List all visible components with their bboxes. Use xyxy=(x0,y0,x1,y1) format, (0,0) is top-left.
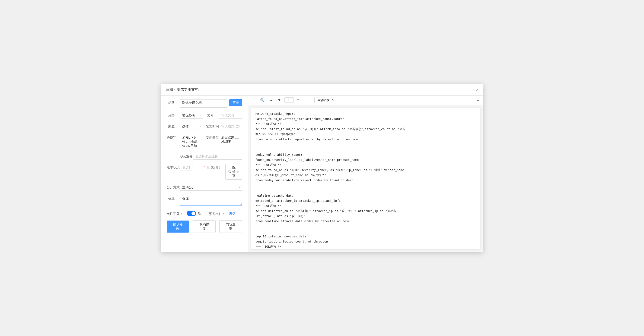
source-row: 来源： 媒体 ▾ xyxy=(167,123,203,130)
pdf-content: network_attacks_report latest_found_on,a… xyxy=(251,108,480,249)
category-label: 分类： xyxy=(167,112,180,118)
source-label: 来源： xyxy=(167,123,180,129)
toggle-knob xyxy=(192,211,195,215)
publishtime-row: 发文时间： xyxy=(206,123,242,130)
keywords-label: 关键字： xyxy=(167,134,180,140)
keywords-input[interactable]: 通知,区片价,土地调查,农田踏勘,年度计划 xyxy=(180,134,203,148)
public-type-select-wrap: 主动公开 ▾ xyxy=(180,184,242,191)
content-check-button[interactable]: 内容查重 xyxy=(219,220,242,233)
dept-icon: 品 xyxy=(228,169,231,174)
docnumber-input[interactable] xyxy=(219,112,242,119)
source-publishtime-row: 来源： 媒体 ▾ 发文时间： xyxy=(167,123,242,130)
right-panel: ☰ 🔍 ▲ ▼ / 2 − + 自动缩放 50% 75% 100% 125% 1… xyxy=(248,96,483,252)
title-row: 标题： 测试专用文档 查重 xyxy=(167,99,242,108)
toggle-wrap: 是 xyxy=(186,211,201,216)
category-select-wrap: 交流参考 ▾ xyxy=(180,112,203,119)
allow-download-toggle[interactable] xyxy=(186,211,196,216)
preview-file-label: 预览文件： xyxy=(209,210,227,216)
title-input[interactable]: 测试专用文档 xyxy=(180,99,228,108)
modal-body: 标题： 测试专用文档 查重 分类： 交流参考 ▾ xyxy=(161,96,483,252)
expand-icon[interactable]: » xyxy=(476,97,480,103)
title-input-wrap: 测试专用文档 查重 xyxy=(180,99,242,108)
check-button[interactable]: 查重 xyxy=(229,99,242,106)
zoom-select[interactable]: 自动缩放 50% 75% 100% 125% 150% xyxy=(314,97,335,103)
topic-label: 专题分类： xyxy=(206,134,219,140)
publishtime-input[interactable] xyxy=(219,123,242,130)
public-type-select[interactable]: 主动公开 xyxy=(180,184,242,191)
edit-modal: 编辑 - 测试专用文档 × 标题： 测试专用文档 查重 分类： 交流参考 xyxy=(161,84,483,252)
title-label: 标题： xyxy=(167,99,180,105)
page-up-icon[interactable]: ▲ xyxy=(268,97,274,103)
preview-file-link[interactable]: 更改 xyxy=(229,211,236,215)
modal-title: 编辑 - 测试专用文档 xyxy=(166,87,199,92)
pdf-toolbar: ☰ 🔍 ▲ ▼ / 2 − + 自动缩放 50% 75% 100% 125% 1… xyxy=(248,96,483,105)
category-row: 分类： 交流参考 ▾ xyxy=(167,112,203,119)
zoom-in-icon[interactable]: + xyxy=(308,97,312,103)
public-type-label: 公开方式： xyxy=(167,184,180,189)
dept-clear-icon[interactable]: ⊗ xyxy=(237,170,240,173)
keywords-topic-row: 关键字： 通知,区片价,土地调查,农田踏勘,年度计划 专题分类： 农田踏勘,土地… xyxy=(167,134,242,149)
confirm-button[interactable]: 确认修改 xyxy=(167,220,189,233)
docnumber-label: 文号： xyxy=(206,112,219,118)
source-select-wrap: 媒体 ▾ xyxy=(180,123,203,130)
dept-row: * 归属部门： 品 院长室 ⊗ xyxy=(194,164,242,179)
publishtime-label: 发文时间： xyxy=(206,123,219,129)
dept-label: 归属部门： xyxy=(207,164,225,169)
dept-text: 院长室 xyxy=(232,166,236,178)
dept-wrap-outer: 品 院长室 ⊗ xyxy=(225,164,242,179)
topic-wrap: 农田踏勘,土地调查 xyxy=(219,134,242,149)
keywords-wrap: 通知,区片价,土地调查,农田踏勘,年度计划 xyxy=(180,134,203,149)
source-select[interactable]: 媒体 xyxy=(180,123,203,130)
required-star: * xyxy=(204,166,205,169)
business-row: 涉及业务： xyxy=(180,153,242,160)
allow-download-label: 允许下载： xyxy=(167,210,185,216)
version-label: 版本状态： xyxy=(167,164,180,169)
category-docnumber-row: 分类： 交流参考 ▾ 文号： xyxy=(167,112,242,119)
toggle-label: 是 xyxy=(198,211,201,215)
note-input[interactable]: 备注 xyxy=(180,195,242,205)
note-label: 备注： xyxy=(167,195,180,201)
dept-required: * xyxy=(194,164,207,169)
page-down-icon[interactable]: ▼ xyxy=(276,97,282,103)
note-row: 备注： 备注 xyxy=(167,195,242,206)
version-input[interactable] xyxy=(180,164,192,171)
zoom-out-icon[interactable]: − xyxy=(301,97,306,103)
category-select[interactable]: 交流参考 xyxy=(180,112,203,119)
topic-row: 专题分类： 农田踏勘,土地调查 xyxy=(206,134,242,149)
business-label: 涉及业务： xyxy=(180,153,193,159)
modal-header: 编辑 - 测试专用文档 × xyxy=(161,84,483,96)
topic-input[interactable]: 农田踏勘,土地调查 xyxy=(219,134,242,148)
keywords-row: 关键字： 通知,区片价,土地调查,农田踏勘,年度计划 xyxy=(167,134,203,149)
dept-selector[interactable]: 品 院长室 ⊗ xyxy=(225,164,242,179)
publishtime-wrap xyxy=(219,123,242,130)
close-icon[interactable]: × xyxy=(476,88,478,92)
public-type-row: 公开方式： 主动公开 ▾ xyxy=(167,184,242,191)
docnumber-wrap xyxy=(219,112,242,119)
allow-download-row: 允许下载： 是 预览文件： 更改 xyxy=(167,210,242,216)
version-dept-row: 版本状态： * 归属部门： 品 院长室 ⊗ xyxy=(167,164,242,179)
allow-download-group: 允许下载： 是 xyxy=(167,210,201,216)
version-wrap xyxy=(180,164,192,171)
business-wrap xyxy=(193,153,242,160)
note-wrap: 备注 xyxy=(180,195,242,206)
action-row: 确认修改 取消修改 内容查重 xyxy=(167,220,242,233)
preview-file-group: 预览文件： 更改 xyxy=(209,210,236,216)
left-panel: 标题： 测试专用文档 查重 分类： 交流参考 ▾ xyxy=(161,96,248,252)
page-total: / 2 xyxy=(296,98,299,102)
docnumber-row: 文号： xyxy=(206,112,242,119)
version-row: 版本状态： xyxy=(167,164,192,179)
search-icon[interactable]: 🔍 xyxy=(259,97,266,103)
page-number-input[interactable] xyxy=(284,97,294,103)
sidebar-toggle-icon[interactable]: ☰ xyxy=(251,97,257,103)
business-input[interactable] xyxy=(193,153,242,160)
cancel-button[interactable]: 取消修改 xyxy=(193,220,216,233)
